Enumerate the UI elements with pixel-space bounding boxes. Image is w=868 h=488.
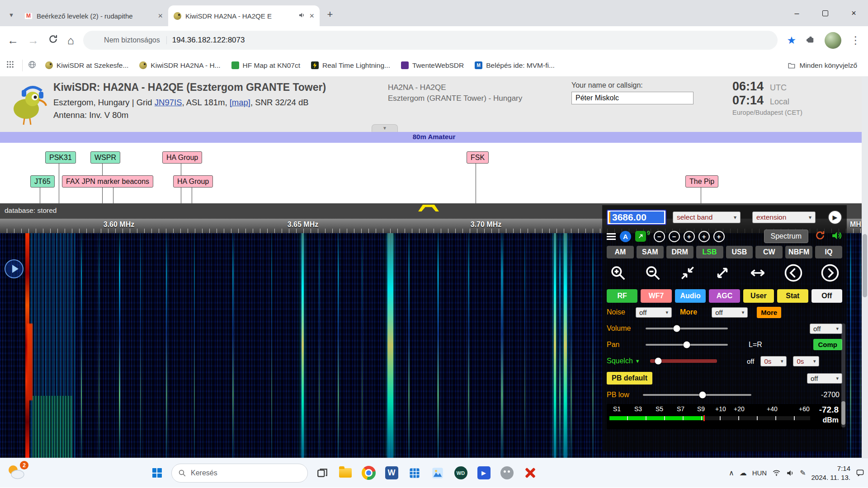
word-button[interactable]: W [383, 465, 400, 482]
pb-low-slider-thumb[interactable] [699, 392, 706, 399]
zoom-full-span-icon[interactable] [714, 264, 731, 283]
refresh-icon[interactable] [815, 230, 826, 243]
map-link[interactable]: [map] [230, 98, 250, 107]
panel-scrollbar-thumb[interactable] [841, 401, 845, 425]
band-bar[interactable]: 80m Amateur [0, 132, 868, 143]
link-channel-icon[interactable] [635, 231, 646, 242]
photos-button[interactable] [429, 465, 446, 482]
profile-avatar[interactable] [825, 32, 841, 49]
extensions-icon[interactable] [805, 34, 816, 47]
extension-play-button[interactable]: ▶ [828, 210, 842, 225]
aperture-a-icon[interactable]: A [620, 231, 631, 242]
window-maximize-button[interactable] [811, 0, 840, 26]
file-explorer-button[interactable] [337, 465, 354, 482]
zoom-out-circle-icon[interactable]: − [669, 231, 680, 242]
zoom-to-band-icon[interactable] [679, 264, 696, 283]
bookmark-twentewebsdr[interactable]: TwenteWebSDR [396, 59, 468, 72]
browser-menu-icon[interactable]: ⋮ [850, 34, 861, 47]
tab-user[interactable]: User [743, 289, 774, 303]
extension-dropdown[interactable]: extension ▾ [752, 211, 816, 223]
security-chip[interactable]: ! Nem biztonságos [91, 36, 167, 44]
wd-app-button[interactable]: WD [452, 465, 469, 482]
page-scrollbar[interactable] [862, 77, 868, 458]
select-band-dropdown[interactable]: select band ▾ [673, 211, 741, 223]
panel-scrollbar[interactable] [841, 324, 845, 427]
bookmark-kiwisdr-szekesfehervar[interactable]: KiwiSDR at Szekesfe... [41, 59, 133, 72]
dx-label-ha-group-1[interactable]: HA Group [162, 151, 202, 164]
tab-gmail[interactable]: M Beérkező levelek (2) - rudapithe × [19, 5, 168, 26]
volume-slider-thumb[interactable] [674, 325, 680, 332]
all-bookmarks-button[interactable]: Minden könyvjelző [783, 59, 862, 72]
gimp-button[interactable] [498, 465, 515, 482]
wifi-icon[interactable] [772, 469, 781, 477]
forward-icon[interactable]: → [28, 34, 39, 47]
url-text[interactable]: 194.36.182.122:8073 [172, 36, 245, 45]
header-collapse-handle[interactable]: ▼ [372, 124, 398, 132]
tab-kiwisdr[interactable]: KiwiSDR HA2NA - HA2QE E × [168, 5, 320, 26]
pan-left-right-icon[interactable] [749, 264, 766, 283]
mute-speaker-icon[interactable] [831, 230, 842, 243]
tab-audio-icon[interactable] [298, 12, 305, 20]
notification-center-icon[interactable] [856, 469, 864, 477]
close-icon[interactable]: × [309, 12, 314, 20]
task-view-button[interactable] [314, 465, 331, 482]
squelch-tail-select-1[interactable]: 0s ▾ [760, 356, 787, 366]
reload-icon[interactable] [48, 34, 58, 47]
pb-select[interactable]: off ▾ [807, 373, 842, 384]
noise-filter-select[interactable]: off ▾ [712, 307, 748, 318]
dx-label-ha-group-2[interactable]: HA Group [173, 175, 213, 188]
mode-nbfm[interactable]: NBFM [785, 246, 812, 258]
tab-wf7[interactable]: WF7 [641, 289, 671, 303]
zoom-in-circle-icon[interactable]: + [713, 231, 725, 242]
close-icon[interactable]: × [158, 12, 163, 20]
window-close-button[interactable]: × [840, 0, 868, 26]
mode-cw[interactable]: CW [755, 246, 783, 258]
taskbar-clock[interactable]: 7:14 2024. 11. 13. [811, 464, 850, 482]
tab-rf[interactable]: RF [607, 289, 637, 303]
mode-lsb[interactable]: LSB [696, 246, 723, 258]
dx-label-fsk[interactable]: FSK [467, 151, 489, 164]
squelch-label[interactable]: Squelch ▼ [607, 357, 648, 365]
noise-blanker-select[interactable]: off ▾ [636, 307, 672, 318]
dx-label-jt65[interactable]: JT65 [30, 175, 55, 188]
taskbar-search[interactable]: Keresés [171, 464, 308, 483]
taskbar-weather-widget[interactable]: 2 [5, 462, 27, 484]
mode-drm[interactable]: DRM [666, 246, 693, 258]
address-bar[interactable]: ! Nem biztonságos 194.36.182.122:8073 [83, 31, 778, 50]
page-down-icon[interactable] [784, 263, 803, 284]
bookmark-hf-map[interactable]: HF Map at KN07ct [227, 59, 305, 72]
zoom-out-icon[interactable] [644, 264, 661, 283]
passband-marker[interactable] [418, 205, 439, 211]
spectrum-button[interactable]: Spectrum [764, 230, 808, 243]
menu-hamburger-icon[interactable] [607, 233, 616, 240]
comp-button[interactable]: Comp [813, 339, 843, 350]
start-button[interactable] [148, 465, 165, 482]
grid-link[interactable]: JN97IS [155, 98, 182, 107]
bookmark-lightning[interactable]: Real Time Lightning... [307, 59, 395, 72]
zoom-out-circle-icon[interactable]: − [654, 231, 665, 242]
mode-iq[interactable]: IQ [815, 246, 842, 258]
pen-icon[interactable]: ✎ [800, 469, 806, 477]
red-app-button[interactable] [521, 465, 538, 482]
onedrive-cloud-icon[interactable]: ☁ [740, 469, 747, 477]
squelch-slider-thumb[interactable] [655, 358, 661, 365]
chrome-button[interactable] [360, 465, 377, 482]
volume-slider[interactable] [646, 328, 728, 329]
new-tab-button[interactable]: + [323, 8, 337, 21]
bookmark-mvm[interactable]: M Belépés ide: MVM-fi... [470, 59, 559, 72]
page-up-icon[interactable] [821, 263, 840, 284]
mode-sam[interactable]: SAM [637, 246, 664, 258]
zoom-in-circle-icon[interactable]: + [684, 231, 695, 242]
dx-label-wspr[interactable]: WSPR [90, 151, 120, 164]
apps-grid-icon[interactable] [6, 61, 14, 70]
language-indicator[interactable]: HUN [752, 469, 767, 477]
tab-stat[interactable]: Stat [777, 289, 808, 303]
volume-mode-select[interactable]: off ▾ [810, 324, 842, 334]
window-minimize-button[interactable]: – [783, 0, 811, 26]
pb-default-button[interactable]: PB default [607, 372, 652, 385]
zoom-in-circle-icon[interactable]: + [698, 231, 710, 242]
dx-label-psk31[interactable]: PSK31 [45, 151, 76, 164]
mode-am[interactable]: AM [607, 246, 634, 258]
frequency-input[interactable]: 3686.00 [607, 210, 666, 225]
tab-audio[interactable]: Audio [675, 289, 706, 303]
